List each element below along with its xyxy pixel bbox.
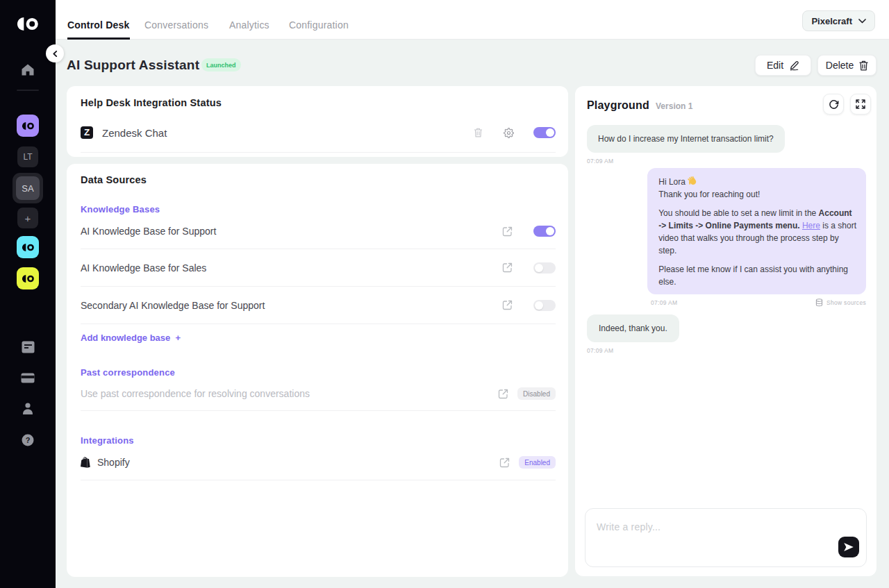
svg-text:Z: Z	[84, 127, 90, 137]
svg-text:?: ?	[26, 436, 31, 444]
